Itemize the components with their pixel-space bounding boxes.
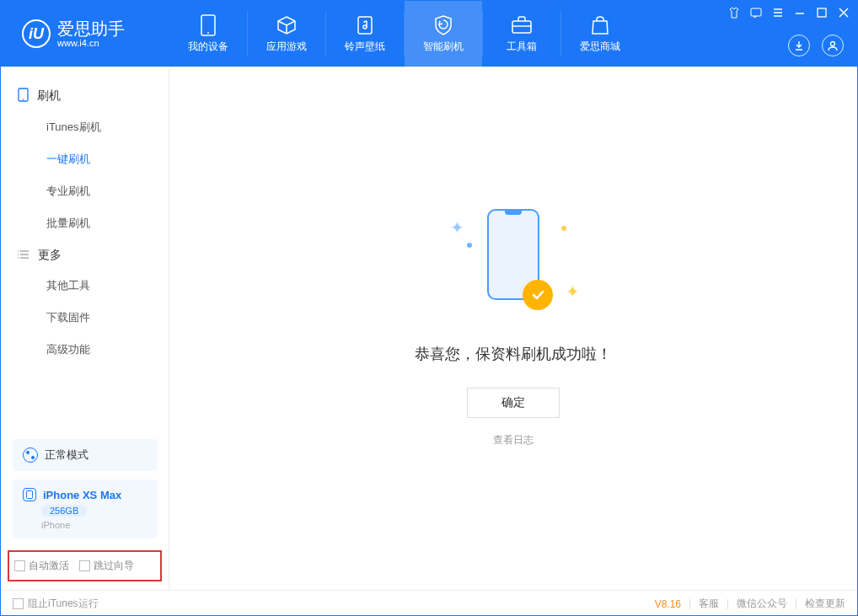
check-badge-icon — [523, 280, 553, 310]
svg-point-1 — [207, 32, 209, 34]
nav-store[interactable]: 爱思商城 — [561, 1, 639, 67]
ok-button[interactable]: 确定 — [467, 388, 560, 418]
device-name: iPhone XS Max — [43, 489, 121, 501]
sparkle-icon: ✦ — [566, 281, 580, 302]
menu-icon[interactable] — [771, 6, 785, 19]
mode-label: 正常模式 — [45, 447, 88, 463]
checkbox-icon — [14, 560, 25, 571]
nav-toolbox[interactable]: 工具箱 — [483, 1, 560, 67]
sidebar-item-oneclick-flash[interactable]: 一键刷机 — [1, 143, 169, 175]
status-update-link[interactable]: 检查更新 — [805, 597, 845, 611]
music-icon — [354, 14, 376, 36]
logo-title: 爱思助手 — [57, 19, 125, 38]
view-log-link[interactable]: 查看日志 — [493, 433, 534, 447]
sidebar: 刷机 iTunes刷机 一键刷机 专业刷机 批量刷机 更多 其他工具 下载固件 … — [1, 67, 169, 590]
checkbox-block-itunes[interactable]: 阻止iTunes运行 — [13, 597, 99, 611]
user-button[interactable] — [822, 35, 844, 56]
nav-my-device[interactable]: 我的设备 — [169, 1, 247, 67]
bag-icon — [589, 14, 611, 36]
svg-rect-6 — [818, 8, 826, 17]
device-capacity: 256GB — [41, 505, 87, 517]
cube-icon — [276, 14, 298, 36]
nav-apps[interactable]: 应用游戏 — [248, 1, 325, 67]
close-icon[interactable] — [837, 6, 850, 19]
svg-rect-10 — [27, 491, 33, 499]
list-icon — [18, 249, 29, 262]
svg-point-3 — [363, 25, 367, 29]
success-illustration: ✦ ✦ — [475, 209, 551, 319]
feedback-icon[interactable] — [749, 6, 763, 19]
mode-icon — [23, 447, 38, 463]
phone-icon — [197, 14, 219, 36]
options-highlight-box: 自动激活 跳过向导 — [8, 550, 162, 581]
window-controls — [727, 6, 850, 19]
shirt-icon[interactable] — [727, 6, 741, 19]
dot-icon — [561, 226, 566, 231]
success-message: 恭喜您，保资料刷机成功啦！ — [415, 344, 612, 364]
checkbox-icon — [79, 560, 90, 571]
sidebar-item-itunes-flash[interactable]: iTunes刷机 — [1, 111, 169, 143]
nav-ringtones[interactable]: 铃声壁纸 — [326, 1, 404, 67]
sidebar-item-advanced[interactable]: 高级功能 — [1, 334, 169, 366]
svg-point-9 — [23, 99, 24, 100]
sparkle-icon: ✦ — [450, 217, 464, 238]
svg-rect-4 — [512, 21, 531, 33]
status-bar: 阻止iTunes运行 V8.16 客服 微信公众号 检查更新 — [1, 590, 857, 616]
mode-box[interactable]: 正常模式 — [13, 439, 157, 471]
toolbox-icon — [511, 14, 533, 36]
status-wechat-link[interactable]: 微信公众号 — [737, 597, 787, 611]
maximize-icon[interactable] — [815, 6, 829, 19]
checkbox-skip-wizard[interactable]: 跳过向导 — [79, 559, 134, 573]
content-area: ✦ ✦ 恭喜您，保资料刷机成功啦！ 确定 查看日志 — [169, 67, 857, 590]
sidebar-item-firmware[interactable]: 下载固件 — [1, 302, 169, 334]
logo-icon: iU — [22, 19, 51, 48]
checkbox-icon — [13, 598, 24, 609]
minimize-icon[interactable] — [793, 6, 807, 19]
sidebar-group-flash: 刷机 — [1, 79, 169, 111]
shield-icon — [432, 14, 454, 36]
header-actions — [788, 35, 844, 56]
sidebar-item-batch-flash[interactable]: 批量刷机 — [1, 207, 169, 239]
nav-flash[interactable]: 智能刷机 — [405, 1, 482, 67]
version-label: V8.16 — [655, 598, 681, 610]
device-type: iPhone — [41, 520, 147, 530]
sidebar-item-pro-flash[interactable]: 专业刷机 — [1, 175, 169, 207]
logo: iU 爱思助手 www.i4.cn — [1, 1, 169, 67]
checkbox-auto-activate[interactable]: 自动激活 — [14, 559, 69, 573]
logo-subtitle: www.i4.cn — [57, 38, 125, 48]
svg-rect-5 — [751, 8, 761, 16]
dot-icon — [467, 243, 472, 248]
status-service-link[interactable]: 客服 — [699, 597, 719, 611]
svg-point-7 — [831, 42, 835, 46]
download-button[interactable] — [788, 35, 810, 56]
sidebar-group-more: 更多 — [1, 239, 169, 270]
device-icon — [23, 488, 36, 501]
sidebar-item-other-tools[interactable]: 其他工具 — [1, 270, 169, 302]
device-box[interactable]: iPhone XS Max 256GB iPhone — [13, 479, 157, 538]
app-header: iU 爱思助手 www.i4.cn 我的设备 应用游戏 铃声壁纸 智能刷机 工具… — [1, 1, 857, 67]
device-small-icon — [18, 88, 29, 104]
